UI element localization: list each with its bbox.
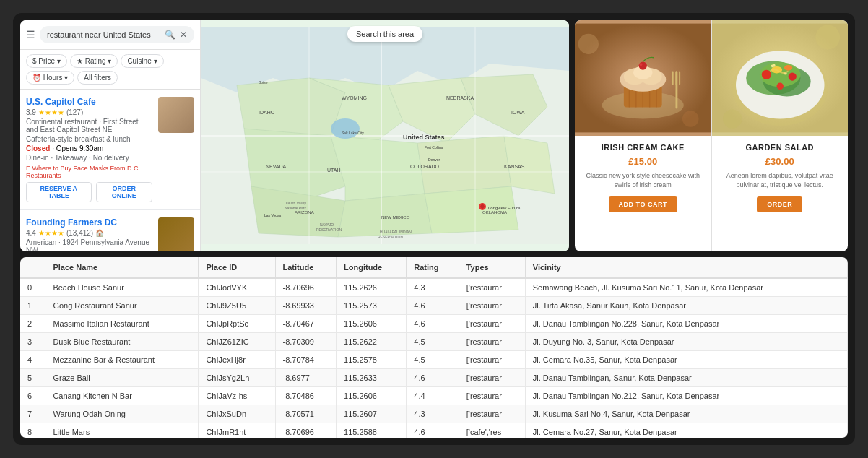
cell-place-name: Little Mars bbox=[45, 423, 199, 438]
restaurant-img-2 bbox=[158, 217, 194, 251]
closed-label-1: Closed bbox=[26, 144, 50, 152]
svg-text:United States: United States bbox=[403, 134, 445, 141]
cell-longitude: 115.2622 bbox=[337, 333, 407, 351]
cell-vicinity: Jl. Kusuma Sari No.4, Sanur, Kota Denpas… bbox=[525, 405, 847, 423]
svg-point-59 bbox=[788, 72, 796, 80]
table-row[interactable]: 7 Warung Odah Oning ChIJxSuDn -8.70571 1… bbox=[20, 405, 848, 423]
food-name-salad: GARDEN SALAD bbox=[721, 143, 840, 152]
reserve-button-1[interactable]: RESERVE A TABLE bbox=[26, 182, 92, 202]
cell-vicinity: Jl. Duyung No. 3, Sanur, Kota Denpasar bbox=[525, 333, 847, 351]
col-header-rating: Rating bbox=[407, 257, 459, 278]
table-row[interactable]: 5 Graze Bali ChIJsYg2Lh -8.6977 115.2633… bbox=[20, 369, 848, 387]
cell-vicinity: Semawang Beach, Jl. Kusuma Sari No.11, S… bbox=[525, 278, 847, 297]
table-row[interactable]: 4 Mezzanine Bar & Restaurant ChIJexHj8r … bbox=[20, 351, 848, 369]
cell-latitude: -8.6977 bbox=[275, 369, 337, 387]
filter-cuisine[interactable]: Cuisine ▾ bbox=[121, 54, 163, 68]
cell-index: 6 bbox=[20, 387, 45, 405]
svg-point-45 bbox=[640, 63, 643, 66]
cell-longitude: 115.2626 bbox=[337, 278, 407, 297]
table-row[interactable]: 2 Massimo Italian Restaurant ChIJpRptSc … bbox=[20, 315, 848, 333]
main-container: ☰ restaurant near United States 🔍 ✕ $ Pr… bbox=[13, 13, 855, 445]
svg-text:NEW MEXICO: NEW MEXICO bbox=[381, 215, 410, 220]
cell-place-id: ChIJsYg2Lh bbox=[199, 369, 275, 387]
table-row[interactable]: 3 Dusk Blue Restaurant ChIJZ61ZIC -8.703… bbox=[20, 333, 848, 351]
cell-place-id: ChIJ9Z5U5 bbox=[199, 297, 275, 315]
table-row[interactable]: 8 Little Mars ChIJmR1nt -8.70696 115.258… bbox=[20, 423, 848, 438]
filter-hours[interactable]: ⏰ Hours ▾ bbox=[26, 71, 74, 85]
cell-latitude: -8.70486 bbox=[275, 387, 337, 405]
food-price-salad: £30.00 bbox=[721, 156, 840, 167]
food-img-container-cake bbox=[575, 20, 711, 136]
search-box[interactable]: restaurant near United States 🔍 ✕ bbox=[40, 26, 194, 43]
restaurant-rating-1: 3.9 ★★★★ (127) bbox=[26, 108, 152, 116]
cell-rating: 4.3 bbox=[407, 278, 459, 297]
restaurant-type-1: Continental restaurant · First Street an… bbox=[26, 118, 152, 134]
svg-text:RESERVATION: RESERVATION bbox=[316, 228, 342, 232]
cell-place-id: ChIJaVz-hs bbox=[199, 387, 275, 405]
svg-point-58 bbox=[761, 70, 771, 79]
filter-bar: $ Price ▾ ★ Rating ▾ Cuisine ▾ ⏰ Hours ▾… bbox=[20, 50, 200, 90]
cell-rating: 4.6 bbox=[407, 423, 459, 438]
restaurant-name-1: U.S. Capitol Cafe bbox=[26, 97, 152, 107]
svg-point-44 bbox=[639, 61, 647, 69]
cell-latitude: -8.70784 bbox=[275, 351, 337, 369]
table-row[interactable]: 0 Beach House Sanur ChIJodVYK -8.70696 1… bbox=[20, 278, 848, 297]
restaurant-img-1 bbox=[158, 97, 194, 133]
map-area[interactable]: IDAHO WYOMING NEBRASKA IOWA NEVADA UTAH … bbox=[201, 20, 569, 251]
hamburger-icon[interactable]: ☰ bbox=[26, 29, 35, 40]
food-details-salad: GARDEN SALAD £30.00 Aenean lorem dapibus… bbox=[712, 136, 849, 220]
order-button[interactable]: ORDER bbox=[757, 196, 802, 212]
svg-text:Longview Future...: Longview Future... bbox=[488, 206, 524, 210]
cell-place-id: ChIJZ61ZIC bbox=[199, 333, 275, 351]
cell-longitude: 115.2573 bbox=[337, 297, 407, 315]
cell-index: 1 bbox=[20, 297, 45, 315]
cell-place-name: Beach House Sanur bbox=[45, 278, 199, 297]
svg-text:WYOMING: WYOMING bbox=[342, 95, 367, 100]
filter-all[interactable]: All filters bbox=[77, 71, 118, 85]
restaurant-item-2[interactable]: Founding Farmers DC 4.4 ★★★★ (13,412) 🏠 … bbox=[20, 210, 200, 251]
cell-place-name: Warung Odah Oning bbox=[45, 405, 199, 423]
svg-text:Salt Lake City: Salt Lake City bbox=[342, 131, 364, 135]
close-icon[interactable]: ✕ bbox=[180, 30, 187, 40]
table-row[interactable]: 6 Canang Kitchen N Bar ChIJaVz-hs -8.704… bbox=[20, 387, 848, 405]
promo-link-1[interactable]: E Where to Buy Face Masks From D.C. Rest… bbox=[26, 165, 152, 179]
search-text: restaurant near United States bbox=[47, 30, 151, 39]
svg-text:Las Vegas: Las Vegas bbox=[264, 213, 282, 217]
restaurant-item-1[interactable]: U.S. Capitol Cafe 3.9 ★★★★ (127) Contine… bbox=[20, 90, 200, 210]
cell-latitude: -8.69933 bbox=[275, 297, 337, 315]
svg-text:RESERVATION: RESERVATION bbox=[378, 235, 403, 239]
col-header-index bbox=[20, 257, 45, 278]
filter-price[interactable]: $ Price ▾ bbox=[26, 54, 67, 68]
cell-index: 5 bbox=[20, 369, 45, 387]
restaurants-table: Place Name Place ID Latitude Longitude R… bbox=[20, 257, 848, 438]
maps-sidebar: ☰ restaurant near United States 🔍 ✕ $ Pr… bbox=[20, 20, 201, 251]
food-items-row: IRISH CREAM CAKE £15.00 Classic new york… bbox=[575, 20, 848, 251]
cell-place-name: Dusk Blue Restaurant bbox=[45, 333, 199, 351]
cell-rating: 4.5 bbox=[407, 333, 459, 351]
food-img-cake bbox=[575, 20, 711, 136]
cell-place-name: Massimo Italian Restaurant bbox=[45, 315, 199, 333]
col-header-types: Types bbox=[459, 257, 525, 278]
search-icon[interactable]: 🔍 bbox=[165, 30, 175, 40]
food-desc-cake: Classic new york style cheesecake with s… bbox=[583, 171, 703, 189]
svg-text:KANSAS: KANSAS bbox=[504, 164, 525, 169]
cell-vicinity: Jl. Danau Tamblingan No.228, Sanur, Kota… bbox=[525, 315, 847, 333]
cell-vicinity: Jl. Cemara No.35, Sanur, Kota Denpasar bbox=[525, 351, 847, 369]
map-search-bar[interactable]: Search this area bbox=[347, 26, 422, 42]
restaurant-name-2: Founding Farmers DC bbox=[26, 217, 152, 228]
cell-rating: 4.6 bbox=[407, 369, 459, 387]
cell-place-name: Gong Restaurant Sanur bbox=[45, 297, 199, 315]
table-row[interactable]: 1 Gong Restaurant Sanur ChIJ9Z5U5 -8.699… bbox=[20, 297, 848, 315]
cell-index: 2 bbox=[20, 315, 45, 333]
svg-point-66 bbox=[723, 109, 742, 128]
filter-rating[interactable]: ★ Rating ▾ bbox=[70, 54, 118, 68]
svg-text:Boise: Boise bbox=[259, 80, 268, 85]
order-button-1[interactable]: ORDER ONLINE bbox=[96, 182, 152, 202]
cell-longitude: 115.2588 bbox=[337, 423, 407, 438]
food-panel: IRISH CREAM CAKE £15.00 Classic new york… bbox=[575, 20, 848, 251]
svg-text:National Park: National Park bbox=[285, 206, 307, 210]
add-to-cart-button[interactable]: ADD TO CART bbox=[609, 196, 677, 212]
cell-longitude: 115.2607 bbox=[337, 405, 407, 423]
rating-value-2: 4.4 bbox=[26, 229, 36, 237]
svg-text:UTAH: UTAH bbox=[327, 168, 341, 173]
